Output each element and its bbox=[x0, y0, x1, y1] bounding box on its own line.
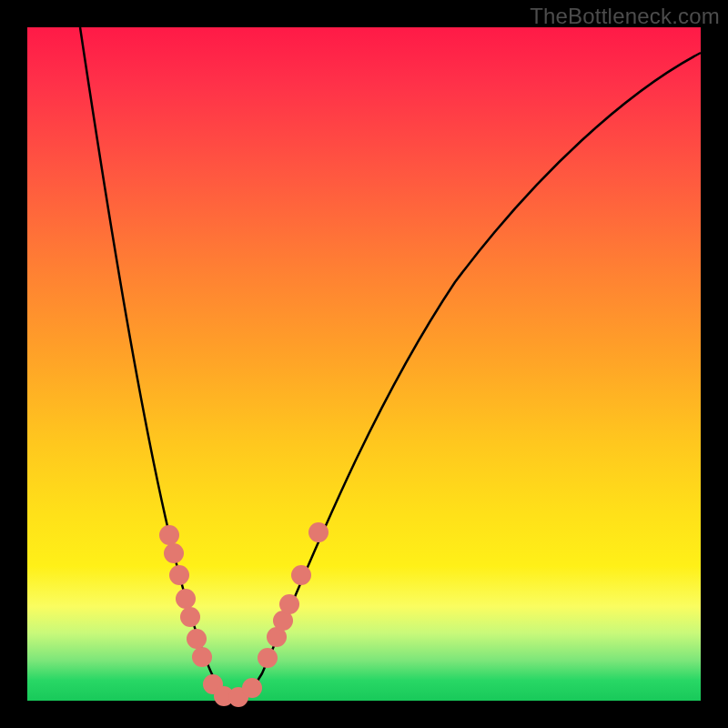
highlight-dot bbox=[242, 678, 262, 698]
highlight-dot bbox=[187, 629, 207, 649]
marker-group bbox=[159, 522, 329, 707]
highlight-dot bbox=[159, 525, 179, 545]
highlight-dot bbox=[192, 647, 212, 667]
chart-plot-area bbox=[27, 27, 701, 701]
chart-frame: TheBottleneck.com bbox=[0, 0, 728, 728]
highlight-dot bbox=[164, 543, 184, 563]
highlight-dot bbox=[180, 607, 200, 627]
watermark-text: TheBottleneck.com bbox=[530, 4, 720, 29]
highlight-dot bbox=[169, 565, 189, 585]
highlight-dot bbox=[308, 522, 329, 542]
bottleneck-curve bbox=[80, 27, 701, 698]
highlight-dot bbox=[176, 589, 196, 609]
highlight-dot bbox=[258, 648, 278, 668]
chart-svg bbox=[27, 27, 701, 701]
highlight-dot bbox=[291, 565, 311, 585]
highlight-dot bbox=[279, 594, 299, 614]
